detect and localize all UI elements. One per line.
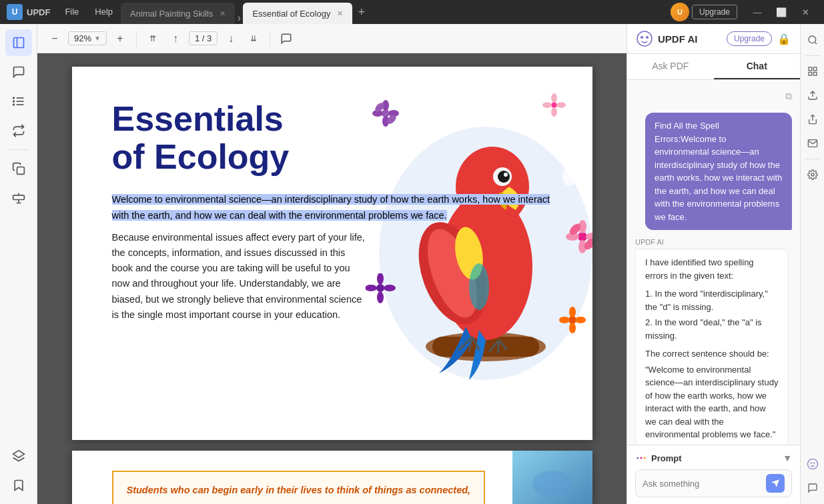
right-icons-sidebar: [800, 24, 824, 504]
copy-icon-top[interactable]: ⧉: [785, 91, 792, 102]
prompt-label-text: Prompt: [651, 453, 682, 463]
tab-dropdown[interactable]: ›: [235, 12, 243, 24]
page-title: Essentials of Ecology: [112, 100, 552, 176]
minimize-button[interactable]: —: [745, 3, 769, 21]
ai-response-p3: 1. In the word "interdisciplinary," the …: [645, 287, 779, 313]
page-body-normal-text: Because environmental issues affect ever…: [112, 230, 366, 323]
menu-bar: File Help: [57, 0, 121, 24]
sidebar-stamp-icon[interactable]: [5, 185, 32, 211]
right-ocr-icon[interactable]: [802, 61, 823, 82]
ai-response-container: UPDF AI I have identified two spelling e…: [635, 238, 792, 445]
svg-point-6: [13, 101, 14, 102]
sidebar-layers-icon[interactable]: [5, 443, 32, 469]
titlebar: U UPDF File Help Animal Painting Skills …: [0, 0, 824, 24]
maximize-button[interactable]: ⬜: [769, 3, 793, 21]
tab-close-ecology[interactable]: ✕: [337, 9, 343, 18]
tab-bar: Animal Painting Skills ✕ › Essential of …: [121, 0, 664, 24]
ai-response-bubble: I have identified two spelling errors in…: [635, 249, 789, 445]
pdf-page-2: Students who can begin early in their li…: [72, 451, 592, 504]
sidebar-comment-icon[interactable]: [5, 59, 32, 85]
menu-file[interactable]: File: [57, 0, 87, 24]
zoom-level: 92%: [74, 33, 91, 43]
right-extract-icon[interactable]: [802, 85, 823, 106]
toolbar-divider-1: [136, 31, 137, 47]
right-mail-icon[interactable]: [802, 133, 823, 154]
svg-point-5: [13, 97, 14, 99]
right-settings-icon[interactable]: [802, 164, 823, 185]
lock-icon[interactable]: 🔒: [777, 33, 791, 45]
nav-first-button[interactable]: ⇈: [143, 29, 162, 48]
svg-point-23: [578, 232, 587, 241]
prompt-dots-icon: [635, 452, 647, 464]
right-share-icon[interactable]: [802, 109, 823, 130]
right-ai-icon[interactable]: [802, 453, 823, 475]
right-bottom-icon[interactable]: [802, 477, 823, 499]
nav-next-button[interactable]: ↓: [222, 29, 240, 48]
ai-panel-title: UPDF AI: [658, 33, 697, 45]
comment-toolbar-button[interactable]: [277, 29, 296, 48]
title-controls: U Upgrade — ⬜ ✕: [664, 3, 824, 21]
tab-close-animal[interactable]: ✕: [220, 9, 226, 18]
app-logo: U UPDF: [0, 4, 57, 20]
prompt-chevron-icon[interactable]: ▼: [783, 453, 792, 463]
zoom-out-button[interactable]: −: [45, 29, 64, 48]
prompt-area: Prompt ▼: [627, 445, 800, 504]
tab-chat[interactable]: Chat: [714, 54, 801, 79]
ai-logo-icon: [637, 31, 653, 47]
ai-response-p1: I have identified two spelling errors in…: [645, 256, 779, 282]
svg-point-67: [811, 173, 814, 176]
page2-image: [512, 451, 592, 504]
ai-response-p4: 2. In the word "deal," the "a" is missin…: [645, 316, 779, 342]
pdf-viewer[interactable]: Essentials of Ecology Welcome to environ…: [37, 53, 627, 504]
user-message-container: Find All the Spell Errors:Welcome to env…: [635, 113, 792, 230]
ai-response-label: UPDF AI: [635, 238, 792, 246]
tab-ecology[interactable]: Essential of Ecology ✕: [243, 3, 352, 24]
svg-rect-62: [813, 67, 817, 71]
ask-input-field[interactable]: [643, 479, 761, 489]
sidebar-bookmark-icon[interactable]: [5, 472, 32, 499]
right-search-icon[interactable]: [802, 29, 823, 51]
ai-upgrade-button[interactable]: Upgrade: [727, 31, 772, 46]
svg-line-60: [815, 42, 817, 44]
close-button[interactable]: ✕: [793, 3, 817, 21]
page-indicator: 1 / 3: [189, 31, 218, 45]
page-body-highlighted-text: Welcome to environmental science—an inte…: [112, 192, 552, 223]
tab-animal-painting[interactable]: Animal Painting Skills ✕: [121, 3, 235, 24]
page2-highlighted-box: Students who can begin early in their li…: [112, 471, 486, 504]
chat-body[interactable]: ⧉ Find All the Spell Errors:Welcome to e…: [627, 80, 800, 445]
svg-point-68: [807, 459, 817, 469]
svg-rect-64: [813, 72, 817, 75]
right-divider-1: [805, 55, 820, 56]
page2-italic-text: Students who can begin early in their li…: [127, 483, 471, 498]
zoom-selector[interactable]: 92% ▼: [68, 31, 107, 45]
upgrade-button-title[interactable]: Upgrade: [692, 5, 737, 19]
svg-point-57: [641, 457, 643, 459]
tab-ask-pdf[interactable]: Ask PDF: [627, 54, 714, 79]
sidebar-organize-icon[interactable]: [5, 88, 32, 115]
ai-response-p7: "Welcome to environmental science—an int…: [645, 363, 779, 441]
menu-help[interactable]: Help: [87, 0, 121, 24]
sidebar-divider-1: [9, 149, 29, 150]
zoom-in-button[interactable]: +: [111, 29, 129, 48]
user-avatar[interactable]: U: [671, 3, 689, 21]
sidebar-edit-icon[interactable]: [5, 29, 32, 56]
svg-rect-63: [809, 72, 812, 75]
prompt-header: Prompt ▼: [635, 452, 792, 464]
nav-last-button[interactable]: ⇊: [244, 29, 263, 48]
svg-point-59: [809, 36, 816, 43]
nav-prev-button[interactable]: ↑: [166, 29, 185, 48]
sidebar-convert-icon[interactable]: [5, 117, 32, 144]
add-tab-button[interactable]: +: [352, 5, 370, 19]
send-button[interactable]: [766, 474, 785, 493]
ai-right-panel: UPDF AI Upgrade 🔒 Ask PDF Chat ⧉ Find Al…: [627, 24, 800, 504]
sidebar-copy-icon[interactable]: [5, 155, 32, 182]
window-controls: — ⬜ ✕: [745, 3, 817, 21]
main-area: − 92% ▼ + ⇈ ↑ 1 / 3 ↓ ⇊: [0, 24, 824, 504]
pdf-page-1: Essentials of Ecology Welcome to environ…: [72, 67, 592, 440]
ai-header: UPDF AI Upgrade 🔒: [627, 24, 800, 54]
ai-title-group: UPDF AI: [637, 31, 697, 47]
svg-point-52: [532, 471, 572, 497]
page-display: 1 / 3: [195, 33, 212, 43]
tab-label-active: Essential of Ecology: [252, 9, 330, 19]
toolbar-divider-2: [270, 31, 270, 47]
